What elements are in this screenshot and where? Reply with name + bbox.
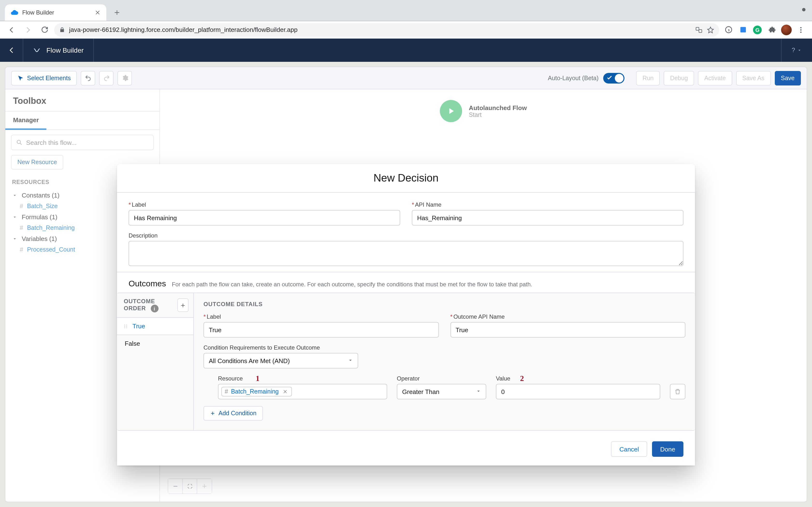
condition-resource-input[interactable]: # Batch_Remaining (218, 384, 387, 399)
close-icon[interactable] (93, 10, 102, 15)
select-elements-button[interactable]: Select Elements (11, 71, 77, 85)
outcome-apiname-input[interactable] (450, 322, 686, 338)
check-icon (606, 74, 613, 81)
run-button: Run (636, 71, 660, 85)
cloud-icon (11, 9, 18, 16)
condition-value-input[interactable] (496, 384, 660, 399)
browser-url: java-power-66192.lightning.force.com/bui… (69, 26, 691, 33)
redo-button (99, 71, 114, 85)
svg-point-9 (124, 325, 125, 325)
chrome-system-icon (800, 6, 807, 13)
app-title: Flow Builder (46, 46, 84, 54)
annotation-1: 1 (256, 374, 260, 383)
svg-point-10 (124, 326, 125, 327)
translate-icon[interactable] (695, 26, 703, 34)
outcome-item[interactable]: True (117, 317, 193, 335)
add-condition-button[interactable]: Add Condition (203, 406, 263, 420)
info-icon[interactable]: i (151, 305, 158, 313)
outcome-order-label: OUTCOME ORDER (124, 298, 155, 312)
svg-rect-4 (740, 27, 746, 33)
hash-icon: # (225, 388, 228, 395)
annotation-2: 2 (520, 374, 524, 383)
undo-button[interactable] (81, 71, 95, 85)
modal-title: New Decision (117, 164, 695, 193)
svg-point-5 (800, 27, 801, 28)
extensions-puzzle-icon[interactable] (766, 23, 778, 36)
field-label: Description (129, 232, 683, 239)
field-label: *Outcome API Name (450, 314, 686, 320)
condition-operator-select[interactable] (397, 384, 486, 399)
decision-description-input[interactable] (129, 241, 683, 266)
svg-point-6 (800, 29, 801, 30)
decision-label-input[interactable] (129, 210, 400, 225)
new-tab-button[interactable] (110, 6, 124, 19)
outcome-item[interactable]: False (117, 335, 193, 352)
extension-grammarly-icon[interactable]: G (751, 23, 764, 36)
debug-button: Debug (664, 71, 694, 85)
field-label: *Label (203, 314, 439, 320)
flow-icon (33, 46, 42, 55)
delete-condition-button[interactable] (670, 384, 686, 399)
app-back-button[interactable] (0, 39, 23, 62)
auto-layout-label: Auto-Layout (Beta) (548, 74, 599, 81)
outcomes-heading: Outcomes (129, 279, 166, 289)
svg-point-12 (126, 325, 127, 325)
done-button[interactable]: Done (652, 441, 683, 457)
auto-layout-toggle[interactable] (603, 73, 625, 83)
save-as-button: Save As (736, 71, 771, 85)
modal-close-button[interactable] (687, 146, 698, 157)
condition-mode-select[interactable] (203, 353, 358, 369)
extension-icon[interactable] (737, 23, 749, 36)
info-icon[interactable] (722, 23, 735, 36)
field-label: Operator (397, 375, 486, 382)
outcome-label-input[interactable] (203, 322, 439, 338)
browser-forward-button (21, 23, 35, 37)
save-button[interactable]: Save (774, 71, 801, 85)
browser-tab-title: Flow Builder (22, 9, 89, 16)
svg-point-0 (802, 8, 806, 11)
browser-avatar[interactable] (780, 23, 793, 36)
lock-icon (59, 26, 65, 33)
outcome-details-heading: OUTCOME DETAILS (203, 301, 686, 307)
star-icon[interactable] (707, 26, 714, 34)
remove-pill-button[interactable] (282, 389, 288, 394)
drag-handle-icon[interactable] (123, 323, 129, 329)
resource-pill[interactable]: # Batch_Remaining (221, 387, 292, 396)
svg-rect-2 (699, 30, 702, 32)
help-menu[interactable]: ? (781, 39, 812, 62)
settings-gear-button (118, 71, 132, 85)
svg-rect-1 (696, 27, 699, 30)
field-label: *Label (129, 201, 400, 208)
svg-point-7 (800, 32, 801, 33)
activate-button: Activate (698, 71, 732, 85)
decision-modal: New Decision *Label *API Name Descriptio… (117, 164, 695, 465)
svg-point-11 (124, 327, 125, 328)
browser-address-bar[interactable]: java-power-66192.lightning.force.com/bui… (54, 23, 719, 37)
field-label: Condition Requirements to Execute Outcom… (203, 344, 686, 351)
field-label: *API Name (412, 201, 683, 208)
browser-back-button[interactable] (5, 23, 18, 37)
cancel-button[interactable]: Cancel (611, 441, 647, 457)
add-outcome-button[interactable] (177, 298, 189, 312)
svg-point-13 (126, 326, 127, 327)
chevron-down-icon (348, 357, 353, 363)
browser-menu-button[interactable] (795, 23, 807, 36)
browser-reload-button[interactable] (38, 23, 51, 37)
browser-tab[interactable]: Flow Builder (5, 4, 106, 21)
svg-point-14 (126, 327, 127, 328)
decision-apiname-input[interactable] (412, 210, 683, 225)
outcomes-description: For each path the flow can take, create … (172, 281, 532, 288)
chevron-down-icon (797, 48, 802, 53)
field-label: Resource (218, 375, 387, 382)
chevron-down-icon (475, 388, 481, 394)
help-icon: ? (792, 47, 795, 54)
select-elements-label: Select Elements (27, 74, 71, 81)
